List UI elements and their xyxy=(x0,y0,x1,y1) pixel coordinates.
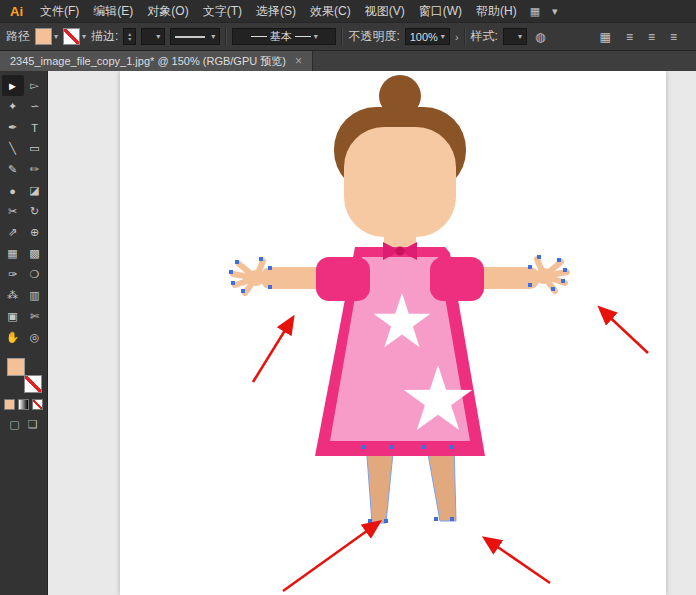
tool-pencil[interactable]: ✏ xyxy=(24,159,46,180)
tool-shape-builder[interactable]: ⊕ xyxy=(24,222,46,243)
fill-indicator[interactable] xyxy=(7,358,25,376)
tool-column-graph[interactable]: ▥ xyxy=(24,285,46,306)
control-bar-right-icons: ▦ ≡ ≡ ≡ xyxy=(597,30,690,44)
tool-paintbrush[interactable]: ✎ xyxy=(2,159,24,180)
menu-item-file[interactable]: 文件(F) xyxy=(33,0,86,22)
tool-magic-wand[interactable]: ✦ xyxy=(2,96,24,117)
chevron-down-icon: ▾ xyxy=(314,33,318,41)
document-tab-title: 2345_image_file_copy_1.jpg* @ 150% (RGB/… xyxy=(10,51,286,71)
tool-direct-selection[interactable]: ▻ xyxy=(24,75,46,96)
draw-mode-buttons: ▢ ❏ xyxy=(0,418,47,431)
red-arrow-left-leg[interactable] xyxy=(283,523,378,591)
right-hand[interactable] xyxy=(536,259,567,291)
right-sleeve[interactable] xyxy=(430,257,484,301)
app-logo: Ai xyxy=(0,4,33,19)
tool-scale[interactable]: ⇗ xyxy=(2,222,24,243)
stroke-label: 描边: xyxy=(91,28,118,45)
stroke-none-icon xyxy=(63,28,80,45)
stroke-weight-stepper[interactable]: ▴ ▾ xyxy=(123,28,136,45)
chevron-down-icon: ▾ xyxy=(54,33,58,41)
fill-color-swatch[interactable]: ▾ xyxy=(35,28,58,45)
recolor-artwork-icon[interactable]: ◍ xyxy=(532,30,548,44)
opacity-label: 不透明度: xyxy=(348,28,399,45)
tool-selection[interactable]: ► xyxy=(2,75,24,96)
close-icon[interactable]: × xyxy=(295,51,302,71)
menu-item-window[interactable]: 窗口(W) xyxy=(412,0,469,22)
separator xyxy=(225,28,227,46)
tool-gradient[interactable]: ▩ xyxy=(24,243,46,264)
tool-rotate[interactable]: ↻ xyxy=(24,201,46,222)
workspace-switcher-icon[interactable]: ▦ xyxy=(524,5,546,18)
menu-item-object[interactable]: 对象(O) xyxy=(140,0,195,22)
tool-blob-brush[interactable]: ● xyxy=(2,180,24,201)
brush-definition-dropdown[interactable]: 基本 ▾ xyxy=(232,28,336,45)
menu-item-type[interactable]: 文字(T) xyxy=(196,0,249,22)
context-label: 路径 xyxy=(6,28,30,45)
width-profile-dropdown[interactable]: ▾ xyxy=(170,28,220,45)
tool-line-segment[interactable]: ╲ xyxy=(2,138,24,159)
tab-bar: 2345_image_file_copy_1.jpg* @ 150% (RGB/… xyxy=(0,51,696,71)
tool-slice[interactable]: ✄ xyxy=(24,306,46,327)
style-dropdown[interactable]: ▾ xyxy=(503,28,527,45)
gradient-button[interactable] xyxy=(18,399,29,410)
color-mode-buttons xyxy=(0,399,47,410)
opacity-dropdown[interactable]: 100% ▾ xyxy=(405,28,450,45)
align-right-icon[interactable]: ≡ xyxy=(667,30,680,44)
left-sleeve[interactable] xyxy=(316,257,370,301)
tool-eyedropper[interactable]: ✑ xyxy=(2,264,24,285)
tool-mesh[interactable]: ▦ xyxy=(2,243,24,264)
red-arrow-right-hand[interactable] xyxy=(601,309,648,353)
tool-lasso[interactable]: ∽ xyxy=(24,96,46,117)
menu-item-effect[interactable]: 效果(C) xyxy=(303,0,358,22)
stroke-weight-dropdown[interactable]: ▾ xyxy=(141,28,165,45)
menu-item-edit[interactable]: 编辑(E) xyxy=(86,0,140,22)
document-tab[interactable]: 2345_image_file_copy_1.jpg* @ 150% (RGB/… xyxy=(0,51,313,71)
artwork-girl[interactable] xyxy=(120,71,666,595)
menu-item-view[interactable]: 视图(V) xyxy=(358,0,412,22)
stroke-indicator[interactable] xyxy=(24,375,42,393)
opacity-panel-chevron-icon[interactable]: › xyxy=(455,31,459,43)
tool-symbol-sprayer[interactable]: ⁂ xyxy=(2,285,24,306)
screen-mode-icon[interactable]: ❏ xyxy=(28,418,38,431)
stroke-color-swatch[interactable]: ▾ xyxy=(63,28,86,45)
stepper-down-icon: ▾ xyxy=(128,37,131,42)
chevron-down-icon: ▾ xyxy=(441,33,445,41)
brush-stroke-icon xyxy=(295,36,311,37)
color-button[interactable] xyxy=(4,399,15,410)
face[interactable] xyxy=(344,127,456,237)
tool-grid: ► ▻ ✦ ∽ ✒ T ╲ ▭ ✎ ✏ ● ◪ ✂ ↻ ⇗ ⊕ ▦ ▩ ✑ ❍ … xyxy=(0,71,47,348)
width-profile-icon xyxy=(175,36,205,38)
canvas-area[interactable] xyxy=(48,71,696,595)
red-arrow-right-leg[interactable] xyxy=(486,539,550,583)
opacity-value: 100% xyxy=(410,31,438,43)
tools-panel: ► ▻ ✦ ∽ ✒ T ╲ ▭ ✎ ✏ ● ◪ ✂ ↻ ⇗ ⊕ ▦ ▩ ✑ ❍ … xyxy=(0,71,48,595)
tool-hand[interactable]: ✋ xyxy=(2,327,24,348)
menu-item-select[interactable]: 选择(S) xyxy=(249,0,303,22)
menu-item-help[interactable]: 帮助(H) xyxy=(469,0,524,22)
menu-caret-icon[interactable]: ▾ xyxy=(546,5,564,18)
control-bar: 路径 ▾ ▾ 描边: ▴ ▾ ▾ ▾ 基本 ▾ 不透明度: 100% ▾ › 样… xyxy=(0,22,696,51)
tool-eraser[interactable]: ◪ xyxy=(24,180,46,201)
tool-blend[interactable]: ❍ xyxy=(24,264,46,285)
chevron-down-icon: ▾ xyxy=(518,33,522,41)
tool-artboard[interactable]: ▣ xyxy=(2,306,24,327)
align-left-icon[interactable]: ≡ xyxy=(623,30,636,44)
tool-pen[interactable]: ✒ xyxy=(2,117,24,138)
separator xyxy=(464,28,466,46)
tool-zoom[interactable]: ◎ xyxy=(24,327,46,348)
chevron-down-icon: ▾ xyxy=(82,33,86,41)
tool-type[interactable]: T xyxy=(24,117,46,138)
align-center-icon[interactable]: ≡ xyxy=(645,30,658,44)
fill-stroke-indicator xyxy=(6,357,42,393)
artboard[interactable] xyxy=(120,71,666,595)
arrange-documents-icon[interactable]: ▦ xyxy=(597,30,614,44)
left-hand[interactable] xyxy=(233,261,264,293)
tool-rectangle[interactable]: ▭ xyxy=(24,138,46,159)
red-arrow-left-hand[interactable] xyxy=(253,319,292,382)
fill-color-icon xyxy=(35,28,52,45)
chevron-down-icon: ▾ xyxy=(156,33,160,41)
none-button[interactable] xyxy=(32,399,43,410)
draw-normal-icon[interactable]: ▢ xyxy=(9,418,19,431)
menu-bar: Ai 文件(F) 编辑(E) 对象(O) 文字(T) 选择(S) 效果(C) 视… xyxy=(0,0,696,22)
tool-scissors[interactable]: ✂ xyxy=(2,201,24,222)
